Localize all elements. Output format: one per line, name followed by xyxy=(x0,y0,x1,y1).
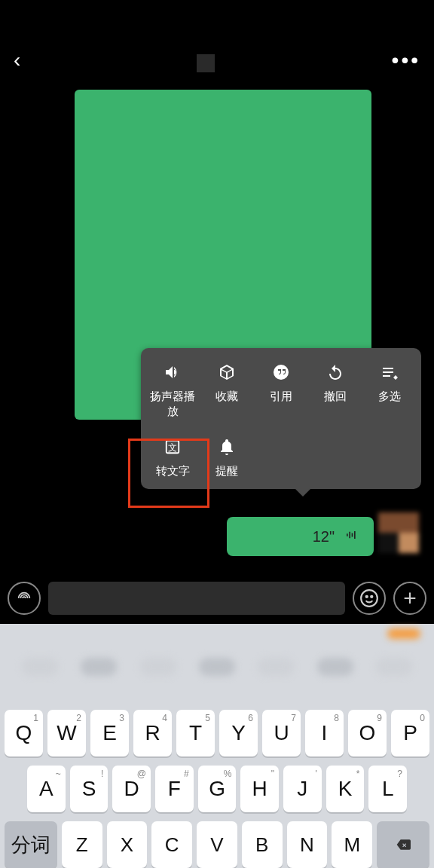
key-l[interactable]: L? xyxy=(368,766,407,812)
svg-point-4 xyxy=(366,596,368,598)
key-r[interactable]: R4 xyxy=(133,710,172,756)
ctx-recall[interactable]: 撤回 xyxy=(308,362,362,420)
message-input[interactable] xyxy=(48,582,345,615)
key-e[interactable]: E3 xyxy=(90,710,129,756)
voice-duration: 12" xyxy=(313,528,335,546)
key-s[interactable]: S! xyxy=(70,766,108,812)
bell-icon xyxy=(218,436,236,457)
context-menu-row-1: 扬声器播放 收藏 引用 撤回 多选 xyxy=(141,362,421,420)
back-button[interactable]: ‹ xyxy=(14,48,20,72)
key-p[interactable]: P0 xyxy=(391,710,429,756)
key-d[interactable]: D@ xyxy=(112,766,151,812)
key-o[interactable]: O9 xyxy=(348,710,387,756)
key-segment[interactable]: 分词 xyxy=(5,821,57,868)
ctx-label: 引用 xyxy=(270,389,292,404)
key-b[interactable]: B xyxy=(242,821,283,868)
key-z[interactable]: Z xyxy=(62,821,102,868)
ctx-label: 多选 xyxy=(378,389,401,404)
chat-header: ‹ ••• xyxy=(0,0,434,84)
keyboard-row-1: Q1W2E3R4T5Y6U7I8O9P0 xyxy=(5,710,429,756)
keyboard-row-3: 分词ZXCVBNM xyxy=(5,821,429,868)
more-button[interactable]: ••• xyxy=(392,48,420,72)
key-a[interactable]: A~ xyxy=(27,766,66,812)
key-u[interactable]: U7 xyxy=(262,710,301,756)
key-backspace[interactable] xyxy=(377,821,429,868)
list-check-icon xyxy=(381,362,399,383)
cube-icon xyxy=(218,362,236,383)
key-x[interactable]: X xyxy=(107,821,148,868)
keyboard: Q1W2E3R4T5Y6U7I8O9P0 A~S!D@F#G%H"J'K*L? … xyxy=(0,624,434,868)
ctx-label: 收藏 xyxy=(215,389,238,404)
key-y[interactable]: Y6 xyxy=(219,710,258,756)
key-n[interactable]: N xyxy=(287,821,328,868)
undo-icon xyxy=(326,362,344,383)
speaker-icon xyxy=(164,362,182,383)
ctx-quote[interactable]: 引用 xyxy=(254,362,308,420)
ctx-multiselect[interactable]: 多选 xyxy=(362,362,417,420)
keyboard-suggestion-bar xyxy=(0,624,434,710)
key-k[interactable]: K* xyxy=(326,766,365,812)
emoji-button[interactable] xyxy=(353,582,386,615)
ctx-speaker-play[interactable]: 扬声器播放 xyxy=(145,362,200,420)
voice-input-toggle[interactable] xyxy=(8,582,41,615)
key-t[interactable]: T5 xyxy=(176,710,215,756)
ctx-label: 提醒 xyxy=(215,463,238,478)
key-v[interactable]: V xyxy=(197,821,237,868)
chat-input-bar: + xyxy=(0,573,434,624)
key-c[interactable]: C xyxy=(151,821,192,868)
quote-icon xyxy=(272,362,290,383)
key-j[interactable]: J' xyxy=(283,766,322,812)
highlight-annotation xyxy=(128,439,209,508)
key-m[interactable]: M xyxy=(332,821,372,868)
attach-button[interactable]: + xyxy=(393,582,426,615)
voice-wave-icon xyxy=(342,527,359,546)
key-g[interactable]: G% xyxy=(198,766,237,812)
key-f[interactable]: F# xyxy=(155,766,194,812)
key-i[interactable]: I8 xyxy=(305,710,344,756)
keyboard-row-2: A~S!D@F#G%H"J'K*L? xyxy=(5,766,429,812)
ctx-label: 撤回 xyxy=(324,389,347,404)
avatar[interactable] xyxy=(378,512,419,553)
chat-title-placeholder xyxy=(197,54,215,72)
svg-point-3 xyxy=(361,590,377,607)
svg-point-5 xyxy=(371,596,372,598)
key-w[interactable]: W2 xyxy=(47,710,86,756)
key-h[interactable]: H" xyxy=(240,766,279,812)
menu-tail xyxy=(295,489,310,497)
ctx-label: 扬声器播放 xyxy=(145,389,200,420)
ctx-favorite[interactable]: 收藏 xyxy=(200,362,254,420)
voice-message-bubble[interactable]: 12" xyxy=(227,517,374,556)
key-q[interactable]: Q1 xyxy=(5,710,43,756)
